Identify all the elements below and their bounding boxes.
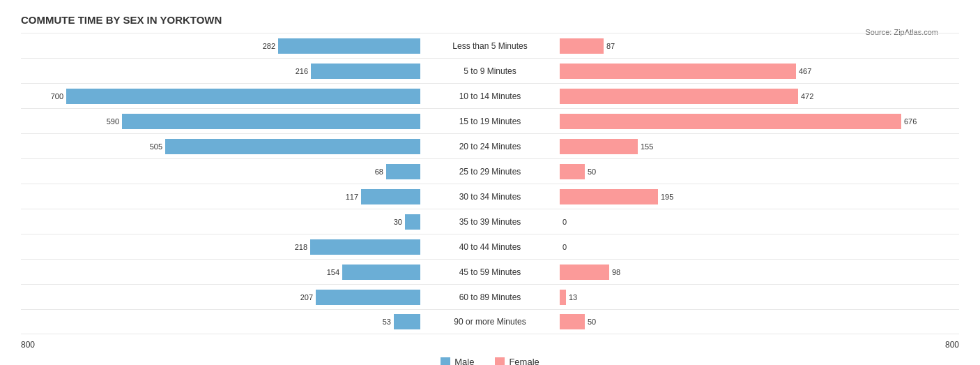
female-bar — [560, 38, 604, 54]
male-bar — [386, 164, 420, 179]
category-label: 90 or more Minutes — [420, 317, 560, 327]
female-bar — [560, 139, 638, 154]
female-value: 50 — [588, 318, 596, 326]
female-value: 676 — [904, 117, 917, 126]
male-value: 590 — [107, 117, 119, 126]
female-value: 467 — [799, 67, 811, 75]
male-value: 505 — [150, 142, 162, 151]
category-label: 15 to 19 Minutes — [420, 117, 560, 126]
table-row: 21840 to 44 Minutes0 — [21, 234, 959, 259]
category-label: 45 to 59 Minutes — [420, 267, 560, 277]
male-value: 30 — [394, 218, 402, 226]
legend-female-box — [495, 357, 505, 366]
male-value: 216 — [296, 67, 308, 75]
legend: Male Female — [21, 357, 959, 365]
category-label: 40 to 44 Minutes — [420, 242, 560, 252]
female-value: 98 — [612, 268, 620, 276]
female-value: 13 — [569, 293, 577, 301]
male-value: 117 — [346, 193, 358, 201]
male-bar — [342, 265, 420, 280]
male-value: 282 — [263, 42, 275, 50]
category-label: Less than 5 Minutes — [420, 41, 560, 51]
legend-male-box — [441, 357, 450, 366]
table-row: 6825 to 29 Minutes50 — [21, 158, 959, 184]
table-row: 50520 to 24 Minutes155 — [21, 133, 959, 158]
category-label: 25 to 29 Minutes — [420, 167, 560, 177]
legend-male: Male — [441, 357, 474, 365]
axis-left: 800 — [21, 340, 35, 350]
male-bar — [311, 64, 420, 79]
male-value: 207 — [300, 293, 313, 301]
category-label: 5 to 9 Minutes — [420, 66, 560, 76]
category-label: 20 to 24 Minutes — [420, 142, 560, 151]
table-row: 20760 to 89 Minutes13 — [21, 284, 959, 309]
male-value: 154 — [327, 268, 339, 276]
male-value: 53 — [383, 318, 391, 326]
male-bar — [316, 290, 420, 305]
male-value: 68 — [375, 167, 383, 176]
female-value: 0 — [562, 218, 567, 226]
male-bar — [361, 189, 420, 204]
legend-female: Female — [495, 357, 539, 365]
male-value: 700 — [51, 92, 63, 100]
table-row: 3035 to 39 Minutes0 — [21, 209, 959, 234]
legend-male-label: Male — [454, 357, 474, 365]
category-label: 30 to 34 Minutes — [420, 192, 560, 202]
axis-labels: 800 800 — [21, 340, 959, 350]
male-bar — [122, 114, 420, 129]
female-value: 87 — [606, 42, 615, 50]
table-row: 5390 or more Minutes50 — [21, 309, 959, 334]
male-bar — [165, 139, 420, 154]
table-row: 15445 to 59 Minutes98 — [21, 259, 959, 284]
category-label: 35 to 39 Minutes — [420, 217, 560, 227]
male-bar — [394, 314, 420, 329]
male-bar — [310, 239, 420, 255]
legend-female-label: Female — [509, 357, 539, 365]
male-value: 218 — [295, 243, 307, 251]
table-row: 282Less than 5 Minutes87 — [21, 33, 959, 58]
category-label: 60 to 89 Minutes — [420, 292, 560, 302]
female-bar — [560, 89, 798, 104]
female-bar — [560, 265, 609, 280]
chart-area: 282Less than 5 Minutes872165 to 9 Minute… — [21, 33, 959, 365]
chart-title: COMMUTE TIME BY SEX IN YORKTOWN — [21, 14, 959, 26]
axis-right: 800 — [945, 340, 959, 350]
female-value: 195 — [661, 193, 673, 201]
female-value: 0 — [562, 243, 567, 251]
female-value: 50 — [588, 167, 596, 176]
female-bar — [560, 64, 796, 79]
female-bar — [560, 314, 585, 329]
female-bar — [560, 189, 658, 204]
table-row: 2165 to 9 Minutes467 — [21, 58, 959, 83]
female-bar — [560, 114, 901, 129]
male-bar — [66, 89, 420, 104]
table-row: 70010 to 14 Minutes472 — [21, 83, 959, 108]
female-bar — [560, 290, 566, 305]
male-bar — [278, 38, 420, 54]
male-bar — [405, 214, 420, 230]
table-row: 59015 to 19 Minutes676 — [21, 108, 959, 133]
female-bar — [560, 164, 585, 179]
category-label: 10 to 14 Minutes — [420, 91, 560, 101]
table-row: 11730 to 34 Minutes195 — [21, 184, 959, 209]
female-value: 155 — [641, 142, 653, 151]
female-value: 472 — [801, 92, 813, 100]
